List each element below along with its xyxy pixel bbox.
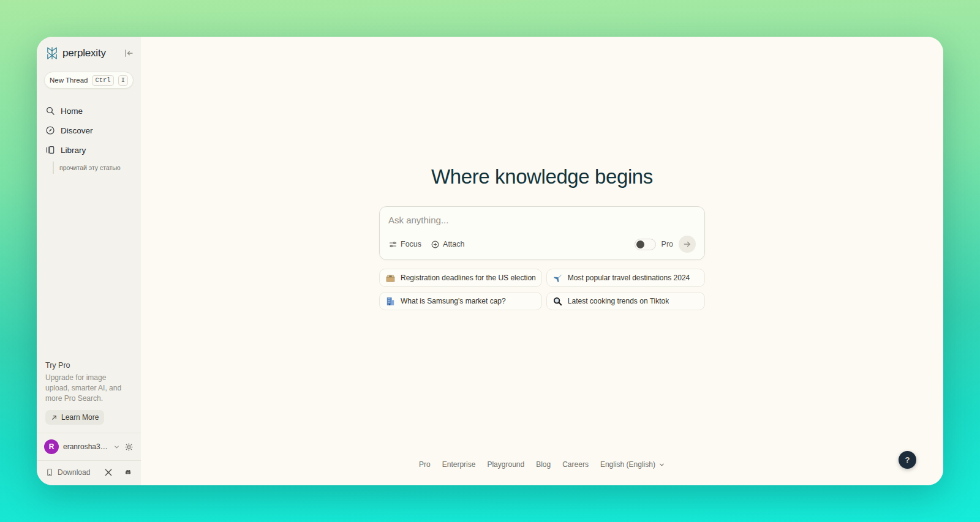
- attach-button[interactable]: Attach: [431, 240, 464, 249]
- gear-icon[interactable]: [124, 442, 134, 452]
- arrow-up-right-icon: [51, 414, 58, 421]
- search-controls: Focus Attach Pro: [388, 236, 696, 253]
- sidebar-item-home[interactable]: Home: [37, 101, 141, 121]
- app-window: perplexity New Thread Ctrl I Home Discov…: [37, 37, 943, 485]
- help-button[interactable]: ?: [899, 451, 916, 469]
- brand-wordmark: perplexity: [62, 47, 124, 59]
- suggestion-chip-samsung[interactable]: What is Samsung's market cap?: [379, 292, 542, 310]
- sidebar-item-discover[interactable]: Discover: [37, 121, 141, 140]
- learn-more-label: Learn More: [61, 413, 99, 422]
- new-thread-label: New Thread: [50, 76, 88, 84]
- discord-icon[interactable]: [124, 468, 132, 477]
- phone-icon: [45, 468, 54, 477]
- sidebar-spacer: [37, 174, 141, 361]
- hero-section: Where knowledge begins Focus: [379, 165, 705, 310]
- sidebar-item-library[interactable]: Library: [37, 140, 141, 160]
- learn-more-button[interactable]: Learn More: [45, 410, 104, 425]
- footer-link-careers[interactable]: Careers: [562, 460, 589, 469]
- arrow-right-icon: [683, 240, 692, 248]
- suggestion-chip-travel[interactable]: Most popular travel destinations 2024: [546, 269, 705, 287]
- sidebar: perplexity New Thread Ctrl I Home Discov…: [37, 37, 141, 485]
- footer-link-pro[interactable]: Pro: [419, 460, 431, 469]
- try-pro-description: Upgrade for image upload, smarter AI, an…: [45, 373, 132, 404]
- chip-label: Most popular travel destinations 2024: [568, 274, 690, 282]
- sidebar-nav: Home Discover Library: [37, 101, 141, 160]
- airplane-icon: [552, 273, 563, 283]
- recent-thread-item[interactable]: прочитай эту статью: [53, 162, 141, 174]
- page-title: Where knowledge begins: [431, 165, 653, 188]
- building-icon: [385, 296, 396, 307]
- try-pro-title: Try Pro: [45, 361, 132, 370]
- footer-link-blog[interactable]: Blog: [536, 460, 551, 469]
- footer-link-enterprise[interactable]: Enterprise: [442, 460, 476, 469]
- search-input[interactable]: [388, 215, 696, 225]
- user-name: eranrosha38...: [63, 442, 109, 451]
- download-link[interactable]: Download: [58, 468, 100, 477]
- focus-label: Focus: [401, 240, 421, 248]
- attach-label: Attach: [443, 240, 464, 248]
- perplexity-logo-icon: [45, 46, 59, 61]
- chip-label: Registration deadlines for the US electi…: [401, 274, 536, 282]
- main-content: Where knowledge begins Focus: [141, 37, 943, 485]
- new-thread-button[interactable]: New Thread Ctrl I: [44, 72, 134, 89]
- x-icon[interactable]: [104, 468, 113, 477]
- suggestion-chips: Registration deadlines for the US electi…: [379, 269, 705, 310]
- chip-label: Latest cooking trends on Tiktok: [568, 297, 669, 305]
- right-controls: Pro: [635, 236, 696, 253]
- key-ctrl: Ctrl: [92, 75, 113, 86]
- chevron-down-icon: [658, 461, 665, 468]
- pro-toggle[interactable]: [635, 239, 656, 250]
- suggestion-chip-tiktok[interactable]: Latest cooking trends on Tiktok: [546, 292, 705, 310]
- ballot-box-icon: [385, 273, 396, 283]
- footer-nav: Pro Enterprise Playground Blog Careers E…: [141, 460, 943, 469]
- suggestion-chip-election[interactable]: Registration deadlines for the US electi…: [379, 269, 542, 287]
- language-selector[interactable]: English (English): [600, 460, 665, 469]
- language-label: English (English): [600, 460, 655, 469]
- chevron-down-icon: [113, 444, 120, 450]
- toggle-knob: [636, 240, 644, 248]
- search-box: Focus Attach Pro: [379, 206, 705, 260]
- collapse-sidebar-icon[interactable]: [124, 48, 134, 58]
- footer-link-playground[interactable]: Playground: [487, 460, 524, 469]
- chip-label: What is Samsung's market cap?: [401, 297, 506, 305]
- magnifier-icon: [552, 296, 563, 307]
- user-account-row[interactable]: R eranrosha38...: [37, 433, 141, 460]
- sliders-icon: [388, 240, 398, 249]
- key-i: I: [118, 75, 128, 86]
- compass-icon: [45, 125, 55, 135]
- try-pro-panel: Try Pro Upgrade for image upload, smarte…: [37, 361, 141, 425]
- sidebar-item-label: Library: [61, 146, 86, 155]
- submit-button[interactable]: [679, 236, 696, 253]
- avatar: R: [44, 439, 59, 454]
- sidebar-item-label: Discover: [61, 126, 93, 135]
- library-icon: [45, 145, 55, 155]
- focus-button[interactable]: Focus: [388, 240, 421, 249]
- brand-row: perplexity: [37, 37, 141, 64]
- sidebar-item-label: Home: [61, 106, 83, 116]
- plus-circle-icon: [431, 240, 440, 249]
- download-row: Download: [37, 460, 141, 485]
- search-icon: [45, 106, 55, 116]
- pro-label: Pro: [662, 240, 673, 248]
